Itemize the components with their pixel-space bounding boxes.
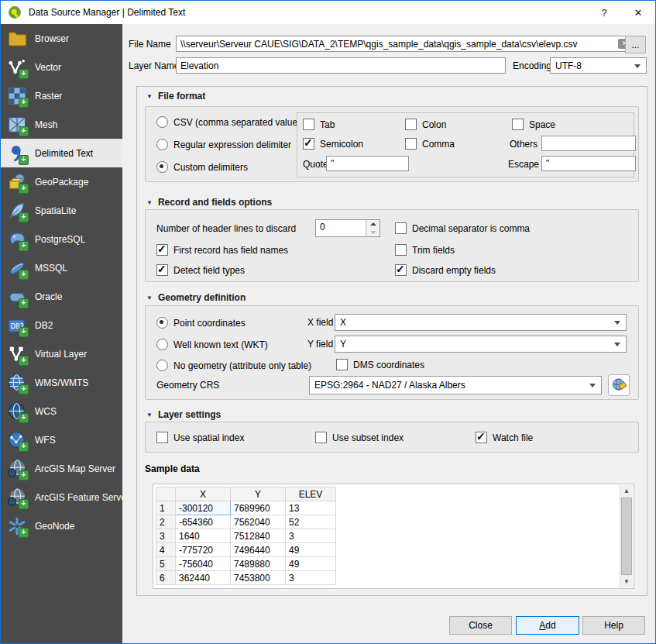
checkbox-first-record[interactable]: First record has field names [156, 244, 288, 256]
checkbox-colon[interactable]: Colon [405, 119, 446, 130]
spin-up-icon[interactable] [366, 220, 380, 229]
add-badge-icon: + [19, 69, 29, 79]
add-badge-icon: + [19, 126, 29, 136]
radio-regex-delimiter[interactable]: Regular expression delimiter [156, 139, 291, 150]
checkbox-spatial-index[interactable]: Use spatial index [156, 432, 244, 443]
y-field-select[interactable]: Y [335, 336, 627, 353]
close-titlebar-button[interactable]: ✕ [621, 1, 655, 24]
checkbox-dms-control[interactable] [336, 359, 348, 370]
crs-globe-icon [611, 377, 627, 393]
checkbox-dms[interactable]: DMS coordinates [336, 359, 424, 370]
checkbox-space[interactable]: Space [512, 119, 555, 130]
scroll-up-icon[interactable]: ▲ [620, 485, 633, 497]
radio-wkt[interactable]: Well known text (WKT) [156, 339, 268, 350]
sidebar-item-geopackage[interactable]: + GeoPackage [1, 167, 122, 196]
geometry-header[interactable]: ▼ Geometry definition [146, 292, 246, 303]
add-button[interactable]: Add [516, 616, 579, 635]
checkbox-comma-control[interactable] [405, 138, 417, 150]
checkbox-watch-file[interactable]: Watch file [476, 432, 533, 443]
checkbox-discard-empty-control[interactable] [395, 264, 407, 276]
sidebar-item-spatialite[interactable]: + SpatiaLite [1, 196, 122, 225]
checkbox-first-record-control[interactable] [156, 244, 168, 256]
encoding-select[interactable]: UTF-8 [550, 57, 647, 74]
radio-wkt-control[interactable] [156, 339, 168, 350]
help-button[interactable]: Help [582, 616, 645, 635]
comma-icon: + [6, 143, 28, 164]
titlebar: Data Source Manager | Delimited Text ? ✕ [1, 1, 655, 24]
geometry-crs-select[interactable]: EPSG:2964 - NAD27 / Alaska Albers [309, 376, 602, 394]
radio-point-control[interactable] [156, 317, 168, 329]
radio-point-coordinates[interactable]: Point coordinates [156, 317, 246, 329]
vector-points-icon: + [6, 57, 28, 78]
radio-custom-delimiters[interactable]: Custom delimiters [156, 161, 248, 173]
header-lines-spinner[interactable]: 0 [315, 219, 380, 237]
geometry-crs-label: Geometry CRS [156, 380, 219, 391]
checkbox-tab[interactable]: Tab [303, 119, 335, 130]
escape-input[interactable]: " [541, 156, 636, 171]
records-header[interactable]: ▼ Record and fields options [146, 197, 272, 208]
layer-settings-header[interactable]: ▼ Layer settings [146, 409, 221, 420]
layer-name-input[interactable]: Elevation [176, 57, 506, 74]
radio-no-geometry[interactable]: No geometry (attribute only table) [156, 360, 311, 371]
spin-down-icon[interactable] [366, 229, 380, 237]
sidebar-item-browser[interactable]: Browser [1, 24, 122, 53]
add-badge-icon: + [19, 470, 29, 480]
sidebar-item-db2[interactable]: DB2 + DB2 [1, 311, 122, 339]
sidebar-item-wcs[interactable]: + WCS [1, 397, 122, 425]
sidebar-item-arcgis-map-server[interactable]: + ArcGIS Map Server [1, 454, 122, 483]
checkbox-space-control[interactable] [512, 119, 524, 130]
x-field-select[interactable]: X [335, 314, 627, 331]
checkbox-subset-index-control[interactable] [315, 432, 327, 443]
checkbox-colon-control[interactable] [405, 119, 417, 130]
browse-button[interactable]: ... [625, 36, 646, 53]
checkbox-tab-control[interactable] [303, 119, 314, 130]
quote-input[interactable]: " [326, 156, 409, 171]
checkbox-discard-empty[interactable]: Discard empty fields [395, 264, 496, 276]
checkbox-semicolon[interactable]: Semicolon [303, 138, 363, 150]
sidebar-item-wms-wmts[interactable]: + WMS/WMTS [1, 368, 122, 397]
column-header-x[interactable]: X [176, 487, 231, 501]
sidebar-item-vector[interactable]: + Vector [1, 53, 122, 81]
select-crs-button[interactable] [608, 374, 630, 396]
scroll-down-icon[interactable]: ▼ [620, 576, 633, 587]
sidebar-item-oracle[interactable]: + Oracle [1, 282, 122, 311]
close-button[interactable]: Close [449, 616, 512, 635]
globe-icon: + [6, 372, 28, 394]
folder-icon [6, 28, 28, 50]
column-header-elev[interactable]: ELEV [286, 487, 336, 501]
checkbox-trim-fields[interactable]: Trim fields [395, 244, 455, 256]
sidebar-item-mssql[interactable]: + MSSQL [1, 253, 122, 282]
file-format-header[interactable]: ▼ File format [146, 91, 205, 102]
sidebar-item-raster[interactable]: + Raster [1, 81, 122, 110]
sidebar-item-geonode[interactable]: + GeoNode [1, 511, 122, 540]
radio-custom-control[interactable] [156, 161, 168, 173]
checkbox-semicolon-control[interactable] [303, 138, 314, 150]
current-cell[interactable]: -300120 [176, 501, 231, 515]
checkbox-watch-file-control[interactable] [476, 432, 487, 443]
checkbox-decimal-comma-control[interactable] [395, 222, 407, 234]
checkbox-detect-types[interactable]: Detect field types [156, 264, 245, 276]
checkbox-spatial-index-control[interactable] [156, 432, 168, 443]
checkbox-detect-types-control[interactable] [156, 264, 168, 276]
sidebar-item-wfs[interactable]: + WFS [1, 425, 122, 454]
collapse-triangle-icon: ▼ [146, 93, 153, 100]
sidebar-item-mesh[interactable]: + Mesh [1, 110, 122, 139]
radio-regex-control[interactable] [156, 139, 168, 150]
scrollbar-thumb[interactable] [621, 498, 632, 575]
checkbox-trim-fields-control[interactable] [395, 244, 407, 256]
checkbox-comma[interactable]: Comma [405, 138, 455, 150]
radio-no-geometry-control[interactable] [156, 360, 168, 371]
sidebar-item-delimited-text[interactable]: + Delimited Text [1, 139, 122, 167]
radio-csv[interactable]: CSV (comma separated values) [156, 116, 305, 128]
help-titlebar-button[interactable]: ? [587, 1, 621, 24]
sidebar-item-virtual-layer[interactable]: + Virtual Layer [1, 339, 122, 368]
sidebar-item-arcgis-feature-server[interactable]: + ArcGIS Feature Server [1, 483, 122, 511]
file-name-input[interactable]: \\serveur\Serveur CAUE\SIG\DATA_2\TEMP\q… [176, 36, 636, 52]
radio-csv-control[interactable] [156, 116, 168, 128]
checkbox-decimal-comma[interactable]: Decimal separator is comma [395, 222, 530, 234]
checkbox-subset-index[interactable]: Use subset index [315, 432, 404, 443]
table-scrollbar[interactable]: ▲ ▼ [620, 485, 633, 587]
column-header-y[interactable]: Y [231, 487, 286, 501]
sidebar-item-postgresql[interactable]: + PostgreSQL [1, 225, 122, 253]
others-input[interactable] [541, 136, 636, 151]
